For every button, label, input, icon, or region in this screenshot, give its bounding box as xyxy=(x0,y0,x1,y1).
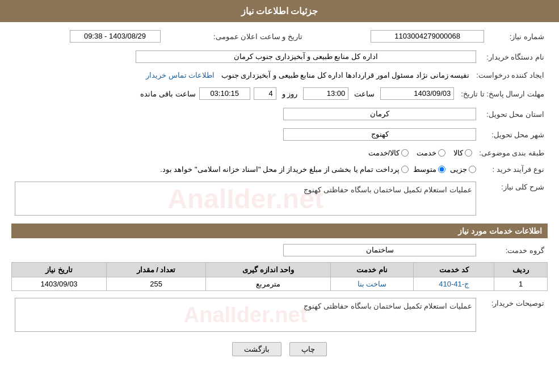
cell-tarikh: 1403/09/03 xyxy=(12,277,107,291)
saaat-label: ساعت xyxy=(354,90,375,98)
title-text: جزئیات اطلاعات نیاز xyxy=(241,6,318,16)
radio-asnad[interactable]: پرداخت تمام یا بخشی از مبلغ خریداز از مح… xyxy=(160,165,409,174)
tabaqe-label: طبقه بندی موضوعی: xyxy=(476,146,548,159)
roz-label: روز و xyxy=(282,90,298,98)
date-niaz[interactable]: 1403/09/03 xyxy=(380,87,454,100)
tarikh-label: تاریخ و ساعت اعلان عمومی: xyxy=(164,28,314,45)
remain-time: 03:10:15 xyxy=(199,87,250,100)
tozihat-value: عملیات استعلام تکمیل ساختمان باسگاه حفاظ… xyxy=(15,298,476,332)
radio-kala[interactable]: کالا xyxy=(453,149,472,157)
contact-link[interactable]: اطلاعات تماس خریدار xyxy=(146,71,215,79)
tarikh-value: 1403/08/29 - 09:38 xyxy=(70,30,161,43)
services-section-title: اطلاعات خدمات مورد نیاز xyxy=(11,224,548,238)
mohlat-label: مهلت ارسال پاسخ: تا تاریخ: xyxy=(457,85,548,102)
namDastgah-value: اداره کل منابع طبیعی و آبخیزداری جنوب کر… xyxy=(136,50,476,63)
back-button[interactable]: بازگشت xyxy=(232,342,281,356)
ijadKonnande-value: نفیسه زمانی نژاد مسئول امور قراردادها اد… xyxy=(221,71,469,79)
cell-kod[interactable]: ج-41-410 xyxy=(414,277,494,291)
radio-kala-khedmat[interactable]: کالا/خدمت xyxy=(368,149,409,157)
print-button[interactable]: چاپ xyxy=(289,342,327,356)
shahr-value: کهنوج xyxy=(283,128,476,141)
col-radif: ردیف xyxy=(494,263,548,277)
col-nam: نام خدمت xyxy=(331,263,414,277)
ijadKonnande-label: ایجاد کننده درخواست: xyxy=(473,69,548,82)
days-niaz[interactable]: 4 xyxy=(254,87,276,100)
shomareNiaz-value: 1103004279000068 xyxy=(371,30,484,43)
sharh-label: شرح کلی نیاز: xyxy=(480,179,548,218)
col-vahed: واحد اندازه گیری xyxy=(205,263,330,277)
radio-khedmat[interactable]: خدمت xyxy=(417,149,445,157)
ostan-value: کرمان xyxy=(283,108,476,120)
button-row: چاپ بازگشت xyxy=(11,342,548,356)
groh-value: ساختمان xyxy=(283,244,476,256)
shomareNiaz-label: شماره نیاز: xyxy=(487,28,548,45)
cell-radif: 1 xyxy=(494,277,548,291)
col-tedad: تعداد / مقدار xyxy=(107,263,206,277)
cell-tedad: 255 xyxy=(107,277,206,291)
tozihat-label: توصیحات خریدار: xyxy=(480,296,548,334)
noeFarayand-label: نوع فرآیند خرید : xyxy=(480,163,548,176)
cell-nam[interactable]: ساخت بنا xyxy=(331,277,414,291)
radio-motavasset[interactable]: متوسط xyxy=(413,165,445,174)
cell-vahed: مترمربع xyxy=(205,277,330,291)
namDastgah-label: نام دستگاه خریدار: xyxy=(480,48,548,65)
table-row: 1 ج-41-410 ساخت بنا مترمربع 255 1403/09/… xyxy=(12,277,548,291)
col-tarikh: تاریخ نیاز xyxy=(12,263,107,277)
sharh-value: عملیات استعلام تکمیل ساختمان باسگاه حفاظ… xyxy=(15,182,476,216)
shahr-label: شهر محل تحویل: xyxy=(480,126,548,143)
col-kod: کد خدمت xyxy=(414,263,494,277)
time-niaz[interactable]: 13:00 xyxy=(303,87,348,100)
page-title: جزئیات اطلاعات نیاز xyxy=(0,0,559,22)
services-table: ردیف کد خدمت نام خدمت واحد اندازه گیری ت… xyxy=(11,262,548,291)
remain-label: ساعت باقی مانده xyxy=(140,90,195,98)
groh-label: گروه خدمت: xyxy=(480,242,548,259)
ostan-label: استان محل تحویل: xyxy=(480,106,548,123)
radio-jozii[interactable]: جزیی xyxy=(450,165,476,174)
